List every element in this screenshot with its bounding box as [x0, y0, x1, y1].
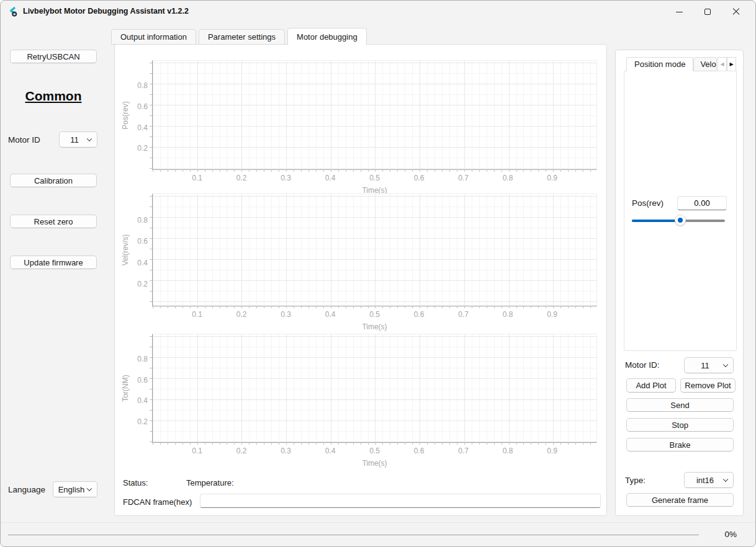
chevron-down-icon: [87, 486, 92, 491]
reset-zero-button[interactable]: Reset zero: [10, 215, 97, 228]
close-icon: [732, 8, 740, 16]
window-title: Livbelybot Motor Debugging Assistant v1.…: [23, 7, 189, 16]
app-window: Livbelybot Motor Debugging Assistant v1.…: [0, 0, 756, 547]
y-tick-label: 0.4: [137, 123, 148, 132]
minimize-button[interactable]: [665, 1, 693, 23]
x-tick-label: 0.4: [325, 310, 336, 319]
x-tick-label: 0.6: [414, 174, 425, 182]
x-tick-label: 0.7: [458, 174, 469, 182]
x-tick-label: 0.5: [369, 174, 380, 182]
y-tick-label: 0.6: [137, 237, 148, 246]
common-heading: Common: [1, 89, 106, 104]
calibration-button[interactable]: Calibration: [10, 174, 97, 187]
app-logo-icon: [8, 6, 19, 17]
language-value: English: [58, 485, 85, 494]
y-axis-ticks: 0.20.40.60.8: [120, 194, 148, 306]
x-tick-label: 0.8: [503, 174, 513, 182]
type-label: Type:: [625, 476, 646, 485]
y-tick-label: 0.8: [137, 216, 148, 225]
pos-slider-fill: [632, 220, 680, 222]
brake-button[interactable]: Brake: [626, 438, 734, 451]
pos-rev-input[interactable]: [677, 196, 727, 210]
tab-position-mode[interactable]: Position mode: [626, 57, 693, 71]
maximize-icon: [704, 9, 711, 15]
close-button[interactable]: [722, 1, 750, 23]
update-firmware-button[interactable]: Update firmware: [10, 256, 97, 269]
pos-slider-thumb[interactable]: [675, 215, 686, 226]
motor-id-select-2[interactable]: 11: [684, 357, 734, 373]
y-tick-label: 0.8: [137, 355, 148, 363]
x-tick-label: 0.6: [414, 447, 425, 455]
y-tick-label: 0.4: [137, 396, 148, 405]
x-tick-label: 0.8: [503, 310, 513, 319]
plot-panel: Pos(rev) 0.20.40.60.8 0.10.20.30.40.50.6…: [114, 44, 607, 516]
pos-slider[interactable]: [632, 215, 725, 226]
arrow-left-icon: ◀: [720, 61, 724, 67]
tab-parameter-settings[interactable]: Parameter settings: [199, 29, 285, 45]
y-axis-ticks: 0.20.40.60.8: [120, 334, 148, 442]
x-tick-label: 0.1: [192, 310, 202, 319]
progress-bar: [8, 535, 699, 535]
y-tick-label: 0.4: [137, 259, 148, 267]
chevron-down-icon: [723, 362, 728, 367]
x-tick-label: 0.2: [236, 174, 247, 182]
chevron-down-icon: [723, 477, 728, 482]
x-axis-ticks: 0.10.20.30.40.50.60.70.80.9: [153, 310, 596, 320]
x-tick-label: 0.9: [547, 310, 557, 319]
control-panel: Position mode Velo ◀ ▶ Pos(rev) Motor ID…: [615, 50, 744, 516]
chevron-down-icon: [87, 136, 92, 141]
fdcan-frame-input[interactable]: [200, 494, 601, 508]
tab-scroll-left-button[interactable]: ◀: [718, 57, 727, 71]
position-mode-pane: Pos(rev): [624, 71, 737, 351]
pos-rev-label: Pos(rev): [632, 198, 664, 208]
motor-id-value: 11: [70, 135, 79, 145]
x-axis-ticks: 0.10.20.30.40.50.60.70.80.9: [153, 447, 596, 456]
maximize-button[interactable]: [693, 1, 722, 23]
x-tick-label: 0.6: [414, 310, 425, 319]
retry-usbcan-button[interactable]: RetryUSBCAN: [10, 50, 97, 63]
pos-plot-area: Pos(rev) 0.20.40.60.8 0.10.20.30.40.50.6…: [152, 60, 597, 170]
tab-scroll-right-button[interactable]: ▶: [727, 57, 736, 71]
x-tick-label: 0.3: [281, 310, 291, 319]
x-tick-label: 0.9: [547, 447, 557, 455]
generate-frame-button[interactable]: Generate frame: [626, 493, 734, 507]
x-tick-label: 0.4: [325, 447, 336, 455]
x-axis-ticks: 0.10.20.30.40.50.60.70.80.9: [153, 174, 596, 184]
x-axis-label: Time(s): [362, 322, 387, 331]
tab-output-information[interactable]: Output information: [111, 29, 196, 45]
y-tick-label: 0.6: [137, 102, 148, 111]
x-tick-label: 0.2: [236, 310, 247, 319]
title-bar: Livbelybot Motor Debugging Assistant v1.…: [1, 1, 755, 23]
language-select[interactable]: English: [53, 481, 97, 497]
x-tick-label: 0.9: [547, 174, 557, 182]
x-tick-label: 0.2: [236, 447, 247, 455]
temperature-label: Temperature:: [186, 478, 234, 487]
tab-motor-debugging[interactable]: Motor debugging: [287, 28, 367, 45]
type-value: int16: [696, 476, 714, 485]
x-tick-label: 0.1: [192, 174, 202, 182]
remove-plot-button[interactable]: Remove Plot: [680, 378, 736, 393]
y-tick-label: 0.2: [137, 417, 148, 426]
send-button[interactable]: Send: [626, 398, 734, 412]
status-label: Status:: [123, 478, 148, 487]
y-tick-label: 0.6: [137, 376, 148, 385]
tab-velocity-mode[interactable]: Velo: [693, 57, 717, 71]
motor-id-value-2: 11: [701, 361, 709, 370]
x-tick-label: 0.7: [458, 310, 469, 319]
x-tick-label: 0.5: [369, 310, 380, 319]
x-axis-label: Time(s): [362, 459, 387, 468]
stop-button[interactable]: Stop: [626, 418, 734, 432]
x-tick-label: 0.4: [325, 174, 336, 182]
add-plot-button[interactable]: Add Plot: [626, 378, 676, 393]
x-tick-label: 0.1: [192, 447, 202, 455]
progress-percent: 0%: [724, 530, 737, 539]
vel-plot-area: Vel(rev/s) 0.20.40.60.8 0.10.20.30.40.50…: [152, 193, 597, 306]
type-select[interactable]: int16: [684, 472, 734, 488]
minimize-icon: [676, 12, 683, 12]
window-controls: [665, 1, 750, 23]
motor-id-select[interactable]: 11: [59, 131, 97, 148]
x-tick-label: 0.7: [458, 447, 469, 455]
mode-tab-bar: Position mode Velo: [626, 57, 717, 71]
arrow-right-icon: ▶: [729, 61, 733, 67]
y-tick-label: 0.2: [137, 144, 148, 153]
